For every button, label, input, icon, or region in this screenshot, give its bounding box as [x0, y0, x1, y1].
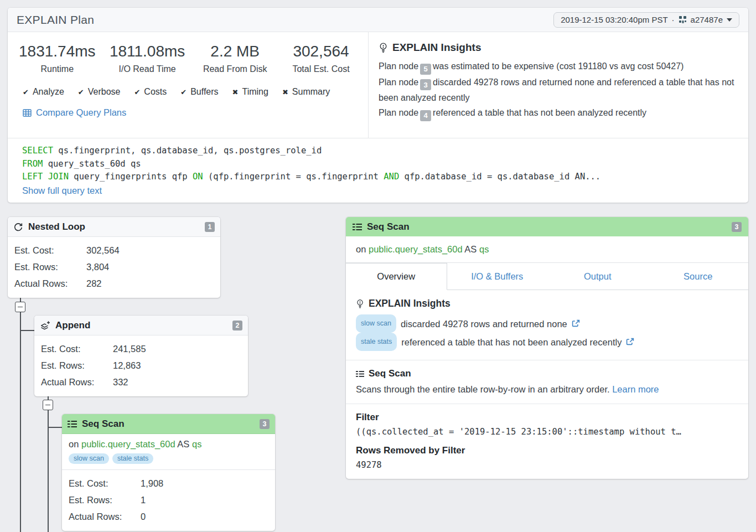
tag-slow-scan: slow scan	[69, 453, 109, 464]
cross-icon: ✖	[232, 88, 239, 96]
check-icon: ✔	[180, 88, 187, 96]
insights-title-row: EXPLAIN Insights	[379, 42, 737, 54]
flag-analyze: ✔Analyze	[23, 87, 64, 97]
detail-insights-title: EXPLAIN Insights	[369, 298, 451, 309]
collapse-node-button[interactable]	[15, 302, 25, 312]
plan-node-card-nested-loop[interactable]: Nested Loop 1 Est. Cost:302,564 Est. Row…	[8, 217, 220, 298]
chevron-down-icon	[727, 18, 732, 22]
node-tags: slow scan stale stats	[69, 453, 268, 464]
plan-node-card-append[interactable]: Append 2 Est. Cost:241,585 Est. Rows:12,…	[34, 316, 248, 396]
node-relation-row: on public.query_stats_60d AS qs slow sca…	[62, 434, 275, 470]
sql-line: LEFT JOIN query_fingerprints qfp ON (qfp…	[22, 171, 734, 184]
plan-fingerprint-icon	[679, 16, 687, 24]
tab-io-buffers[interactable]: I/O & Buffers	[447, 263, 548, 290]
lightbulb-icon	[379, 43, 388, 53]
show-full-query-link[interactable]: Show full query text	[22, 185, 102, 196]
plan-selector-dropdown[interactable]: 2019-12-15 03:20:40pm PST · a27487e	[553, 12, 739, 28]
node-card-header: Seq Scan 3	[62, 414, 275, 434]
detail-node-title: Seq Scan	[367, 221, 410, 233]
explain-plan-card: EXPLAIN Plan 2019-12-15 03:20:40pm PST ·…	[8, 8, 748, 203]
plan-node-ref-3[interactable]: 3	[420, 79, 431, 90]
check-icon: ✔	[23, 88, 29, 96]
node-detail-panel: Seq Scan 3 on public.query_stats_60d AS …	[346, 217, 748, 479]
explain-insights-panel: EXPLAIN Insights Plan node5was estimated…	[369, 32, 748, 138]
node-card-header: Nested Loop 1	[8, 217, 220, 237]
alias-link[interactable]: qs	[192, 439, 201, 449]
metric-label: Total Est. Cost	[285, 64, 357, 74]
plan-stats-column: 1831.74ms Runtime 1811.08ms I/O Read Tim…	[8, 32, 369, 138]
detail-insights-section: EXPLAIN Insights slow scan discarded 492…	[346, 290, 748, 360]
table-grid-icon	[23, 109, 32, 117]
explain-plan-header: EXPLAIN Plan 2019-12-15 03:20:40pm PST ·…	[8, 8, 748, 32]
rows-removed-value: 49278	[356, 460, 738, 470]
node-stats: Est. Cost:302,564 Est. Rows:3,804 Actual…	[8, 237, 220, 298]
detail-panel-header: Seq Scan 3	[346, 217, 748, 236]
external-link-icon[interactable]	[572, 319, 580, 328]
flag-costs: ✔Costs	[134, 87, 167, 97]
tag-stale-stats: stale stats	[112, 453, 153, 464]
flag-verbose: ✔Verbose	[78, 87, 121, 97]
detail-tabs: Overview I/O & Buffers Output Source	[346, 263, 748, 290]
insight-item: Plan node5was estimated to be expensive …	[379, 59, 737, 75]
metric-read-from-disk: 2.2 MB Read From Disk	[199, 42, 271, 74]
explain-plan-page: EXPLAIN Plan 2019-12-15 03:20:40pm PST ·…	[0, 0, 756, 532]
plan-node-card-seq-scan[interactable]: Seq Scan 3 on public.query_stats_60d AS …	[62, 414, 275, 531]
stat-row: Est. Cost:1,908	[69, 475, 268, 492]
compare-link-label: Compare Query Plans	[36, 107, 126, 118]
node-title: Nested Loop	[28, 221, 85, 233]
plan-metrics: 1831.74ms Runtime 1811.08ms I/O Read Tim…	[15, 42, 360, 74]
detail-insight-item: stale stats referenced a table that has …	[356, 333, 738, 351]
detail-relation-row: on public.query_stats_60d AS qs	[346, 236, 748, 263]
stat-row: Est. Cost:302,564	[14, 242, 214, 259]
node-title: Append	[55, 320, 90, 331]
plan-separator: ·	[672, 15, 675, 24]
seq-scan-rows-icon	[353, 223, 362, 231]
node-title: Seq Scan	[82, 419, 125, 430]
node-number-badge: 3	[732, 222, 742, 232]
tab-output[interactable]: Output	[547, 263, 648, 290]
plan-node-ref-4[interactable]: 4	[420, 110, 431, 121]
detail-insights-title-row: EXPLAIN Insights	[356, 298, 738, 309]
stat-row: Actual Rows:0	[69, 508, 268, 525]
rows-removed-label: Rows Removed by Filter	[356, 445, 738, 456]
plan-fingerprint: a27487e	[691, 15, 723, 24]
tag-stale-stats: stale stats	[356, 333, 397, 351]
insight-item: Plan node4referenced a table that has no…	[379, 105, 737, 121]
external-link-icon[interactable]	[626, 338, 634, 346]
stat-row: Est. Rows:3,804	[14, 259, 214, 275]
node-number-badge: 1	[205, 222, 215, 232]
tree-connector-line	[20, 330, 34, 331]
node-info-title: Seq Scan	[369, 368, 411, 379]
compare-query-plans-link[interactable]: Compare Query Plans	[23, 107, 126, 118]
seq-scan-rows-icon	[356, 370, 364, 378]
collapse-node-button[interactable]	[43, 400, 53, 410]
tag-slow-scan: slow scan	[356, 314, 396, 333]
tab-overview[interactable]: Overview	[346, 263, 447, 290]
node-stats: Est. Cost:241,585 Est. Rows:12,863 Actua…	[34, 335, 248, 396]
stat-row: Actual Rows:332	[41, 374, 241, 390]
flag-summary: ✖Summary	[282, 87, 330, 97]
filter-expression: ((qs.collected_at = '2019-12-15 23:15:00…	[356, 427, 738, 437]
plan-node-ref-5[interactable]: 5	[420, 64, 431, 75]
node-card-header: Append 2	[34, 316, 248, 335]
metric-total-est-cost: 302,564 Total Est. Cost	[285, 42, 357, 74]
node-info-title-row: Seq Scan	[356, 368, 738, 379]
nested-loop-icon	[13, 222, 23, 232]
stat-row: Est. Rows:1	[69, 492, 268, 508]
filter-label: Filter	[356, 412, 738, 423]
detail-insight-item: slow scan discarded 49278 rows and retur…	[356, 314, 738, 333]
node-info-description: Scans through the entire table row-by-ro…	[356, 384, 738, 395]
learn-more-link[interactable]: Learn more	[612, 384, 659, 394]
table-link[interactable]: public.query_stats_60d	[369, 244, 463, 254]
stat-row: Est. Rows:12,863	[41, 357, 241, 374]
metric-value: 302,564	[285, 42, 357, 61]
explain-option-flags: ✔Analyze ✔Verbose ✔Costs ✔Buffers ✖Timin…	[15, 87, 360, 97]
detail-filter-section: Filter ((qs.collected_at = '2019-12-15 2…	[346, 404, 748, 479]
table-link[interactable]: public.query_stats_60d	[81, 439, 175, 449]
metric-label: I/O Read Time	[110, 64, 185, 74]
tab-source[interactable]: Source	[648, 263, 749, 290]
page-title: EXPLAIN Plan	[17, 13, 94, 27]
alias-link[interactable]: qs	[479, 244, 489, 254]
insights-title: EXPLAIN Insights	[392, 42, 481, 54]
sql-line: FROM query_stats_60d qs	[22, 158, 734, 171]
